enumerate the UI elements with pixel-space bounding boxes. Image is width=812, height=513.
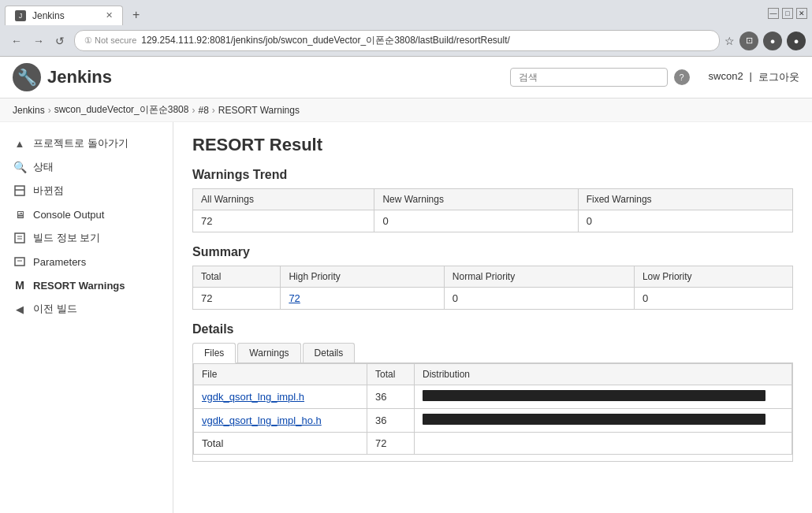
tab-favicon: J	[15, 10, 26, 21]
restore-button[interactable]: □	[782, 8, 793, 19]
active-tab[interactable]: J Jenkins ✕	[5, 6, 123, 25]
high-priority-value: 72	[281, 288, 444, 310]
browser-action-1[interactable]: ⊡	[739, 32, 758, 50]
url-bar[interactable]: ① Not secure 129.254.111.92:8081/jenkins…	[74, 30, 720, 51]
sidebar-item-label: RESORT Warnings	[33, 280, 125, 292]
file-total-2: 36	[367, 409, 415, 433]
page-title: RESORT Result	[192, 135, 793, 155]
summary-data-row: 72 72 0 0	[193, 288, 793, 310]
sidebar-item-status[interactable]: 🔍 상태	[0, 155, 173, 179]
warnings-trend-header-row: All Warnings New Warnings Fixed Warnings	[193, 189, 793, 210]
details-tabs: Files Warnings Details File Total Distri…	[192, 343, 793, 462]
browser-action-2[interactable]: ●	[763, 32, 782, 50]
jenkins-logo-icon: 🔧	[13, 63, 41, 91]
tab-details[interactable]: Details	[303, 343, 356, 362]
sidebar-item-label: 빌드 정보 보기	[33, 231, 100, 245]
back-to-project-icon: ▲	[13, 136, 27, 151]
fixed-warnings-value: 0	[578, 210, 792, 232]
file-name-total: Total	[194, 433, 367, 455]
file-link-1[interactable]: vgdk_qsort_lng_impl.h	[202, 391, 304, 403]
high-priority-link[interactable]: 72	[289, 292, 300, 304]
sidebar-item-console[interactable]: 🖥 Console Output	[0, 203, 173, 226]
url-text: 129.254.111.92:8081/jenkins/job/swcon_du…	[141, 34, 510, 47]
breadcrumb-sep-3: ›	[212, 105, 215, 116]
file-name-2: vgdk_qsort_lng_impl_ho.h	[194, 409, 367, 433]
col-fixed-warnings: Fixed Warnings	[578, 189, 792, 210]
tab-close-button[interactable]: ✕	[106, 10, 113, 20]
col-low-priority: Low Priority	[634, 266, 792, 288]
svg-rect-5	[15, 258, 24, 266]
low-priority-value: 0	[634, 288, 792, 310]
table-row: Total 72	[194, 433, 792, 455]
file-dist-total	[415, 433, 792, 455]
table-row: vgdk_qsort_lng_impl.h 36	[194, 385, 792, 409]
col-all-warnings: All Warnings	[193, 189, 374, 210]
sidebar-item-resort-warnings[interactable]: M RESORT Warnings	[0, 273, 173, 297]
main-content: RESORT Result Warnings Trend All Warning…	[173, 122, 812, 513]
prev-build-icon: ◀	[13, 302, 27, 316]
warnings-trend-data-row: 72 0 0	[193, 210, 793, 232]
file-dist-2	[415, 409, 792, 433]
file-name-1: vgdk_qsort_lng_impl.h	[194, 385, 367, 409]
summary-title: Summary	[192, 245, 793, 259]
breadcrumb-project[interactable]: swcon_dudeVector_이폰순3808	[54, 103, 189, 117]
distribution-bar-1	[423, 390, 765, 401]
jenkins-logo-text: Jenkins	[47, 67, 112, 87]
new-tab-button[interactable]: +	[126, 5, 146, 25]
all-warnings-value: 72	[193, 210, 374, 232]
sidebar-item-label: 바뀐점	[33, 184, 64, 198]
help-button[interactable]: ?	[674, 69, 690, 85]
breadcrumb-jenkins[interactable]: Jenkins	[13, 105, 45, 116]
browser-action-3[interactable]: ●	[787, 32, 806, 50]
sidebar-item-back-to-project[interactable]: ▲ 프로젝트로 돌아가기	[0, 132, 173, 155]
tab-content-files: File Total Distribution vgdk_qsort_lng_i…	[192, 363, 793, 462]
files-header-row: File Total Distribution	[194, 364, 792, 385]
breadcrumb-build[interactable]: #8	[198, 105, 208, 116]
forward-button[interactable]: →	[28, 33, 49, 49]
sidebar-item-label: Parameters	[33, 256, 86, 268]
browser-actions: ⊡ ● ●	[739, 32, 806, 50]
status-icon: 🔍	[13, 160, 27, 174]
svg-rect-0	[15, 186, 24, 195]
file-link-2[interactable]: vgdk_qsort_lng_impl_ho.h	[202, 414, 322, 426]
sidebar-item-label: 프로젝트로 돌아가기	[33, 136, 129, 151]
logout-link[interactable]: 로그아웃	[758, 70, 799, 84]
tab-warnings[interactable]: Warnings	[237, 343, 300, 362]
changes-icon	[13, 184, 27, 198]
browser-chrome: J Jenkins ✕ + — □ ✕ ← → ↺ ① Not secure 1…	[0, 0, 812, 57]
username: swcon2	[709, 70, 743, 84]
sidebar-item-parameters[interactable]: Parameters	[0, 250, 173, 273]
sidebar: ▲ 프로젝트로 돌아가기 🔍 상태 바뀐점 🖥 Console Output 빌…	[0, 122, 173, 513]
tab-title: Jenkins	[32, 10, 65, 21]
col-new-warnings: New Warnings	[374, 189, 578, 210]
search-box: ?	[510, 68, 690, 87]
breadcrumb-current: RESORT Warnings	[218, 105, 300, 116]
tabs-header: Files Warnings Details	[192, 343, 793, 363]
jenkins-logo: 🔧 Jenkins	[13, 63, 112, 91]
col-distribution: Distribution	[415, 364, 792, 385]
col-file: File	[194, 364, 367, 385]
file-total-all: 72	[367, 433, 415, 455]
sidebar-item-label: 상태	[33, 160, 54, 174]
search-input[interactable]	[510, 68, 668, 87]
sidebar-item-label: Console Output	[33, 209, 104, 221]
details-title: Details	[192, 322, 793, 336]
sidebar-item-prev-build[interactable]: ◀ 이전 빌드	[0, 297, 173, 321]
bookmark-icon[interactable]: ☆	[724, 35, 735, 47]
summary-table: Total High Priority Normal Priority Low …	[192, 266, 793, 310]
refresh-button[interactable]: ↺	[50, 33, 69, 49]
warnings-trend-table: All Warnings New Warnings Fixed Warnings…	[192, 188, 793, 232]
nav-buttons: ← → ↺	[6, 33, 69, 49]
sidebar-item-changes[interactable]: 바뀐점	[0, 179, 173, 203]
col-total: Total	[193, 266, 281, 288]
back-button[interactable]: ←	[6, 33, 27, 49]
minimize-button[interactable]: —	[768, 8, 779, 19]
sidebar-item-build-info[interactable]: 빌드 정보 보기	[0, 226, 173, 250]
col-normal-priority: Normal Priority	[444, 266, 634, 288]
close-button[interactable]: ✕	[796, 8, 807, 19]
files-table: File Total Distribution vgdk_qsort_lng_i…	[193, 363, 792, 455]
sidebar-item-label: 이전 빌드	[33, 302, 77, 316]
tab-files[interactable]: Files	[192, 343, 236, 363]
svg-rect-2	[15, 233, 24, 243]
file-total-1: 36	[367, 385, 415, 409]
